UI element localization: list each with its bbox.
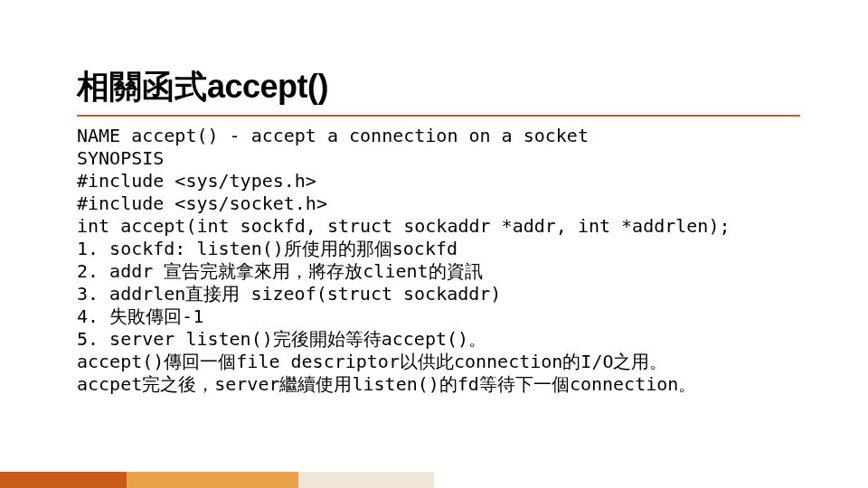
bar-segment-1 — [0, 472, 127, 488]
slide-title: 相關函式accept() — [77, 70, 328, 103]
include-line-2: #include <sys/socket.h> — [77, 192, 800, 215]
include-line-1: #include <sys/types.h> — [77, 170, 800, 192]
paragraph-line: accept()傳回一個file descriptor以供此connection… — [77, 351, 800, 373]
bar-segment-2 — [127, 472, 298, 488]
param-list: 1. sockfd: listen()所使用的那個sockfd 2. addr … — [77, 238, 800, 351]
list-item: 4. 失敗傳回-1 — [77, 305, 800, 328]
list-item: 2. addr 宣告完就拿來用，將存放client的資訊 — [77, 260, 800, 283]
synopsis-label: SYNOPSIS — [77, 147, 800, 170]
slide-body: NAME accept() - accept a connection on a… — [77, 125, 800, 396]
list-item: 5. server listen()完後開始等待accept()。 — [77, 328, 800, 351]
list-item: 3. addrlen直接用 sizeof(struct sockaddr) — [77, 283, 800, 305]
slide: 相關函式accept() NAME accept() - accept a co… — [0, 0, 868, 488]
title-cjk: 相關函式 — [77, 69, 207, 105]
list-item: 1. sockfd: listen()所使用的那個sockfd — [77, 238, 800, 260]
bar-segment-3 — [298, 472, 434, 488]
bottom-accent-bar — [0, 472, 868, 488]
paragraph-line: accpet完之後，server繼續使用listen()的fd等待下一個conn… — [77, 373, 800, 396]
name-line: NAME accept() - accept a connection on a… — [77, 125, 800, 147]
title-latin: accept() — [207, 68, 328, 105]
prototype-line: int accept(int sockfd, struct sockaddr *… — [77, 215, 800, 238]
title-underline — [77, 115, 800, 117]
